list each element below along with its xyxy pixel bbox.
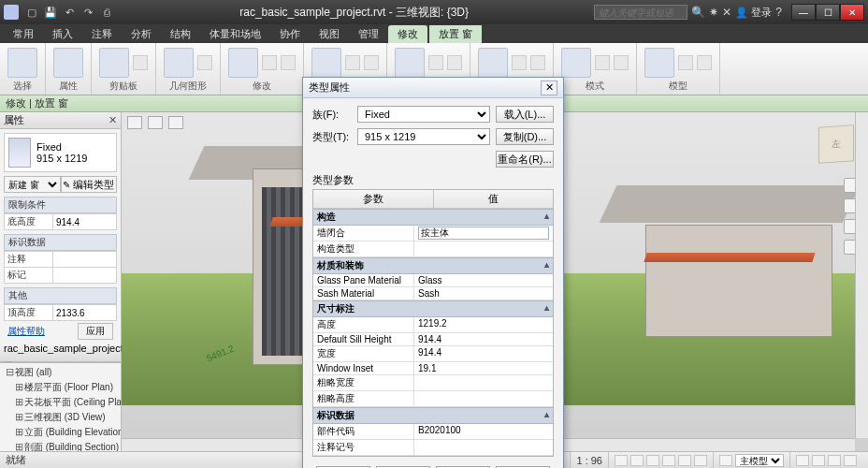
ribbon-button-icon[interactable] xyxy=(530,55,545,70)
edit-type-button[interactable]: ✎ 编辑类型 xyxy=(61,176,118,193)
family-select[interactable]: Fixed xyxy=(357,106,490,123)
tree-node[interactable]: ⊞楼层平面 (Floor Plan) xyxy=(2,380,119,395)
ribbon-button-icon[interactable] xyxy=(395,48,425,78)
ribbon-button-icon[interactable] xyxy=(311,48,341,78)
tree-twisty-icon[interactable]: ⊞ xyxy=(15,396,24,408)
param-value[interactable]: 914.4 xyxy=(414,346,553,361)
type-selector[interactable]: Fixed 915 x 1219 xyxy=(4,133,117,172)
canvas-control-icon[interactable] xyxy=(168,116,183,129)
group-constraints[interactable]: 限制条件 xyxy=(4,197,117,213)
load-button[interactable]: 载入(L)... xyxy=(496,106,554,123)
tree-node[interactable]: ⊟视图 (all) xyxy=(2,365,119,380)
view-control-icon[interactable] xyxy=(662,455,675,466)
param-value-input[interactable] xyxy=(418,227,549,240)
qat-undo-icon[interactable]: ↶ xyxy=(62,5,77,20)
param-group-header[interactable]: 材质和装饰▴ xyxy=(313,257,553,274)
ribbon-button-icon[interactable] xyxy=(228,48,258,78)
ribbon-button-icon[interactable] xyxy=(281,55,296,70)
ribbon-tab-视图[interactable]: 视图 xyxy=(310,25,349,43)
tree-twisty-icon[interactable]: ⊞ xyxy=(15,441,24,451)
search-icon[interactable]: 🔍 xyxy=(691,6,705,19)
ribbon-tab-常用[interactable]: 常用 xyxy=(4,25,43,43)
exchange-icon[interactable]: ✕ xyxy=(722,6,731,19)
ribbon-button-icon[interactable] xyxy=(561,48,591,78)
canvas-control-icon[interactable] xyxy=(127,116,142,129)
ribbon-button-icon[interactable] xyxy=(164,48,194,78)
tree-node[interactable]: ⊞剖面 (Building Section) xyxy=(2,440,119,451)
collapse-icon[interactable]: ▴ xyxy=(544,259,549,270)
view-cube[interactable]: 左 xyxy=(818,124,854,164)
canvas-control-icon[interactable] xyxy=(148,116,163,129)
ribbon-button-icon[interactable] xyxy=(133,55,148,70)
help-icon[interactable]: ? xyxy=(775,6,782,19)
ribbon-button-icon[interactable] xyxy=(197,55,212,70)
view-control-icon[interactable] xyxy=(646,455,659,466)
ribbon-tab-协作[interactable]: 协作 xyxy=(270,25,310,43)
window-maximize-button[interactable]: ☐ xyxy=(816,4,840,21)
param-value[interactable]: Sash xyxy=(414,287,553,300)
selection-icon[interactable] xyxy=(844,455,857,466)
param-value[interactable] xyxy=(414,375,553,390)
param-value[interactable] xyxy=(414,391,553,406)
tree-twisty-icon[interactable]: ⊟ xyxy=(6,366,15,378)
prop-sill-value[interactable]: 914.4 xyxy=(53,214,117,230)
collapse-icon[interactable]: ▴ xyxy=(544,409,549,419)
qat-print-icon[interactable]: ⎙ xyxy=(99,5,114,20)
ribbon-button-icon[interactable] xyxy=(447,55,462,70)
param-value[interactable]: B2020100 xyxy=(414,424,553,439)
qat-open-icon[interactable]: ▢ xyxy=(24,5,39,20)
signin-button[interactable]: 👤 登录 xyxy=(735,6,772,20)
prop-top-value[interactable]: 2133.6 xyxy=(53,305,117,321)
qat-redo-icon[interactable]: ↷ xyxy=(80,5,95,20)
tree-twisty-icon[interactable]: ⊞ xyxy=(15,426,24,438)
help-search-input[interactable] xyxy=(594,5,687,20)
group-other[interactable]: 其他 xyxy=(4,287,117,304)
prop-comment-value[interactable] xyxy=(53,252,117,268)
tree-node[interactable]: ⊞天花板平面 (Ceiling Plan) xyxy=(2,395,119,410)
ribbon-button-icon[interactable] xyxy=(478,48,508,78)
param-group-header[interactable]: 尺寸标注▴ xyxy=(313,300,553,317)
ribbon-tab-修改[interactable]: 修改 xyxy=(388,25,427,43)
duplicate-button[interactable]: 复制(D)... xyxy=(496,128,554,145)
param-value[interactable]: Glass xyxy=(414,274,553,286)
param-value[interactable] xyxy=(414,440,553,455)
group-iddata[interactable]: 标识数据 xyxy=(4,234,117,251)
properties-close-icon[interactable]: ✕ xyxy=(108,114,117,126)
ribbon-button-icon[interactable] xyxy=(614,55,629,70)
param-value[interactable]: 914.4 xyxy=(414,333,553,345)
ribbon-button-icon[interactable] xyxy=(364,55,379,70)
instance-filter-select[interactable]: 新建 窗 xyxy=(4,176,61,193)
window-minimize-button[interactable]: ― xyxy=(791,4,816,21)
ribbon-button-icon[interactable] xyxy=(7,48,37,78)
ribbon-tab-结构[interactable]: 结构 xyxy=(161,25,200,43)
tree-node[interactable]: ⊞三维视图 (3D View) xyxy=(2,410,119,425)
ribbon-button-icon[interactable] xyxy=(644,48,674,78)
worksharing-icon[interactable] xyxy=(719,455,732,466)
dialog-close-icon[interactable]: ✕ xyxy=(541,80,557,95)
selection-icon[interactable] xyxy=(812,455,825,466)
app-menu-icon[interactable] xyxy=(4,5,19,20)
ribbon-button-icon[interactable] xyxy=(512,55,527,70)
window-close-button[interactable]: ✕ xyxy=(840,4,864,21)
view-control-icon[interactable] xyxy=(678,455,691,466)
ribbon-tab-插入[interactable]: 插入 xyxy=(43,25,82,43)
ribbon-button-icon[interactable] xyxy=(697,55,712,70)
selection-icon[interactable] xyxy=(828,455,841,466)
filter-icon[interactable] xyxy=(796,455,809,466)
ribbon-button-icon[interactable] xyxy=(262,55,277,70)
vertical-scrollbar[interactable] xyxy=(855,112,868,438)
ribbon-button-icon[interactable] xyxy=(53,48,83,78)
type-select[interactable]: 915 x 1219 xyxy=(357,128,490,145)
ribbon-button-icon[interactable] xyxy=(428,55,443,70)
param-value[interactable] xyxy=(414,241,553,256)
ribbon-tab-注释[interactable]: 注释 xyxy=(82,25,122,43)
param-value[interactable]: 19.1 xyxy=(414,362,553,374)
view-control-icon[interactable] xyxy=(630,455,644,466)
tree-twisty-icon[interactable]: ⊞ xyxy=(15,381,24,393)
param-value[interactable] xyxy=(414,226,553,241)
ribbon-button-icon[interactable] xyxy=(345,55,360,70)
collapse-icon[interactable]: ▴ xyxy=(544,302,549,313)
properties-help-link[interactable]: 属性帮助 xyxy=(7,325,45,338)
ribbon-tab-分析[interactable]: 分析 xyxy=(122,25,161,43)
ribbon-button-icon[interactable] xyxy=(678,55,693,70)
